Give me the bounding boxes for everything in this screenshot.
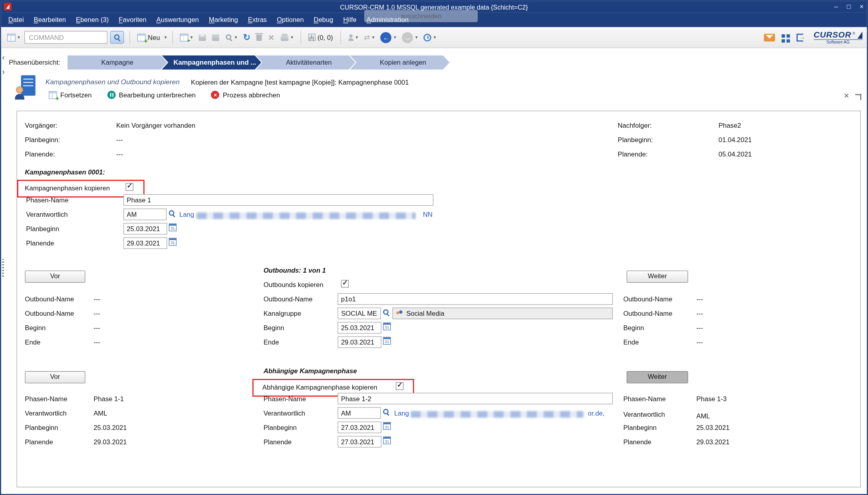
outbound-name-input[interactable] — [338, 293, 613, 305]
forward-button[interactable]: → ▾ — [401, 31, 419, 44]
outbound-name-value: --- — [696, 295, 703, 303]
refresh-button[interactable]: ↻ — [241, 32, 252, 43]
command-input[interactable] — [24, 31, 107, 44]
history-dropdown-caret[interactable]: ▾ — [434, 35, 436, 40]
kampagnenphasen-kopieren-checkbox[interactable]: ✓ — [126, 183, 133, 191]
planbeginn-input[interactable] — [338, 422, 381, 433]
weiter-button-outbounds[interactable]: Weiter — [627, 271, 688, 283]
planende-calendar-button[interactable] — [383, 436, 391, 446]
phasen-name-input[interactable] — [123, 194, 433, 206]
menu-auswertungen[interactable]: Auswertungen — [151, 13, 204, 27]
command-search-button[interactable] — [110, 31, 124, 44]
beginn-input[interactable] — [338, 322, 381, 334]
minimize-button[interactable]: – — [834, 1, 838, 13]
planbeginn-label: Planbeginn — [264, 424, 297, 432]
planbeginn-calendar-button[interactable] — [169, 224, 177, 233]
process-close-icon[interactable]: × — [844, 92, 849, 99]
apps-button[interactable] — [779, 32, 792, 42]
ende-input[interactable] — [338, 337, 381, 348]
verantwortlich-link[interactable]: Lang — [179, 211, 194, 218]
planbeginn-input[interactable] — [123, 223, 167, 234]
toolbar: ▾ + Neu ▾ ▸ ▾ ▾ ↻ ▾ (0, 0) — [1, 27, 867, 48]
menu-optionen[interactable]: Optionen — [272, 13, 308, 27]
assign-user-button[interactable]: ▾ — [346, 33, 360, 42]
splitter-drag-handle[interactable] — [2, 259, 4, 278]
dropdown-caret[interactable]: ▾ — [18, 35, 20, 40]
verantwortlich-input[interactable] — [338, 407, 381, 419]
planende-calendar-button[interactable] — [169, 238, 177, 248]
back-button[interactable]: ← ▾ — [379, 31, 398, 44]
phase-tab-kampagne[interactable]: Kampagne — [68, 55, 167, 70]
search-dropdown-caret[interactable]: ▾ — [235, 35, 237, 40]
menu-favoriten[interactable]: Favoriten — [114, 13, 151, 27]
phase-tab-kopien-anlegen[interactable]: Kopien anlegen — [350, 55, 449, 70]
verantwortlich-lookup-button[interactable] — [383, 408, 390, 417]
neu-dropdown-caret[interactable]: ▾ — [165, 35, 167, 40]
logout-icon — [796, 34, 804, 41]
dependent-kopieren-checkbox[interactable]: ✓ — [396, 382, 403, 390]
window-panel-icon — [7, 34, 16, 41]
kanalgruppe-display-field[interactable]: Social Media — [393, 308, 613, 319]
logo-subtitle: Software AG — [814, 39, 862, 44]
vor-button-dependent[interactable]: Vor — [25, 371, 85, 383]
verantwortlich-lookup-button[interactable] — [168, 210, 175, 218]
verantwortlich-link-end[interactable]: or.de, — [588, 409, 605, 417]
phase-tab-kampagnenphasen[interactable]: Kampagnenphasen und ... — [162, 55, 261, 70]
phasen-name-input[interactable] — [338, 393, 613, 404]
menu-marketing[interactable]: Marketing — [204, 13, 243, 27]
notifications-button[interactable] — [762, 32, 777, 42]
menu-extras[interactable]: Extras — [243, 13, 272, 27]
transfer-dropdown-caret[interactable]: ▾ — [372, 35, 375, 40]
menu-bearbeiten[interactable]: Bearbeiten — [29, 13, 71, 27]
menu-datei[interactable]: Datei — [3, 13, 29, 27]
delete-button[interactable] — [255, 33, 264, 42]
dock-panel-icon[interactable] — [855, 94, 861, 100]
beginn-calendar-button[interactable] — [383, 323, 391, 332]
kanalgruppe-lookup-button[interactable] — [383, 309, 390, 317]
calendar-icon — [383, 323, 391, 330]
vor-button-outbounds[interactable]: Vor — [25, 271, 85, 283]
verantwortlich-link[interactable]: Lang — [394, 409, 409, 417]
assign-dropdown-caret[interactable]: ▾ — [356, 35, 358, 40]
outbounds-kopieren-checkbox[interactable]: ✓ — [341, 280, 349, 287]
verantwortlich-link-end[interactable]: NN — [423, 211, 433, 218]
logout-button[interactable] — [795, 32, 805, 42]
menu-ebenen[interactable]: Ebenen (3) — [71, 13, 114, 27]
transfer-button[interactable]: ⇄ ▾ — [362, 32, 376, 42]
verantwortlich-input[interactable] — [123, 208, 167, 220]
neu-button[interactable]: + Neu — [136, 32, 162, 42]
planende-input[interactable] — [123, 238, 167, 249]
close-button[interactable]: × — [860, 1, 864, 13]
maximize-button[interactable]: □ — [847, 1, 851, 13]
abort-icon: × — [211, 91, 220, 99]
back-dropdown-caret[interactable]: ▾ — [394, 35, 396, 40]
phase-tab-label: Kampagnenphasen und ... — [173, 59, 256, 66]
verantwortlich-value: AML — [696, 412, 710, 420]
forward-dropdown-caret[interactable]: ▾ — [415, 35, 418, 40]
logo-brand-text: CURSOR — [814, 30, 851, 39]
print-dropdown-caret[interactable]: ▾ — [291, 35, 293, 40]
dependent-kopieren-label: Abhängige Kampagnenphase kopieren — [262, 383, 377, 391]
weiter-button-dependent[interactable]: Weiter — [627, 371, 688, 383]
export-table-button[interactable]: ▸ ▾ — [178, 32, 194, 42]
cut-button[interactable] — [266, 33, 276, 42]
export-dropdown-caret[interactable]: ▾ — [191, 35, 193, 40]
planende-input[interactable] — [338, 436, 381, 447]
menu-hilfe[interactable]: Hilfe — [338, 13, 362, 27]
advanced-search-button[interactable]: ▾ — [224, 33, 238, 42]
ende-calendar-button[interactable] — [383, 337, 391, 346]
bearbeitung-unterbrechen-button[interactable]: Bearbeitung unterbrechen — [107, 91, 195, 99]
phase-tab-aktivitaetenarten[interactable]: Aktivitätenarten — [256, 55, 355, 70]
fortsetzen-button[interactable]: + Fortsetzen — [49, 91, 92, 99]
mail-icon — [764, 34, 775, 41]
kanalgruppe-input[interactable] — [338, 308, 381, 319]
menu-debug[interactable]: Debug — [309, 13, 338, 27]
history-button[interactable]: ▾ — [422, 32, 438, 42]
save-button[interactable] — [197, 33, 207, 42]
planbeginn-calendar-button[interactable] — [383, 422, 391, 432]
print-button[interactable]: ▾ — [279, 33, 295, 42]
prozess-abbrechen-button[interactable]: × Prozess abbrechen — [211, 91, 280, 99]
validate-button[interactable] — [211, 33, 221, 42]
window-layout-button[interactable]: ▾ — [6, 32, 22, 42]
beginn-value: --- — [93, 324, 100, 332]
